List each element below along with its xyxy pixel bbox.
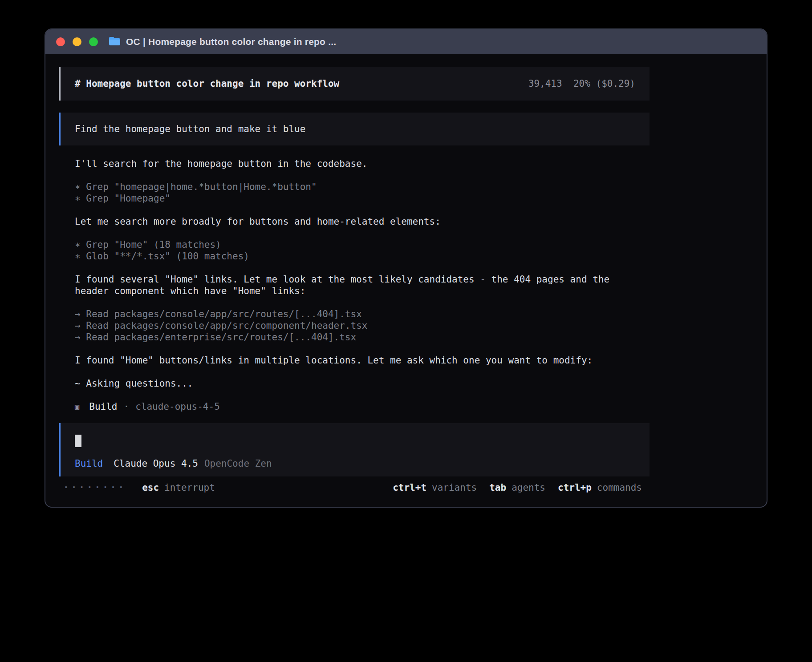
tool-call-grep: ∗ Grep "Homepage" xyxy=(75,193,636,204)
tool-call-grep: ∗ Grep "homepage|home.*button|Home.*butt… xyxy=(75,181,636,193)
text-cursor xyxy=(75,435,81,447)
separator-dot: · xyxy=(123,401,129,412)
assistant-transcript: I'll search for the homepage button in t… xyxy=(59,145,650,412)
spinner-dots: ········ xyxy=(63,482,126,493)
window-title: OC | Homepage button color change in rep… xyxy=(126,36,336,47)
title-bar[interactable]: OC | Homepage button color change in rep… xyxy=(45,29,767,54)
session-title: # Homepage button color change in repo w… xyxy=(75,78,339,89)
model-row: Build Claude Opus 4.5 OpenCode Zen xyxy=(75,458,635,469)
user-message-text: Find the homepage button and make it blu… xyxy=(75,123,635,135)
keyhint-commands: ctrl+p commands xyxy=(558,482,642,493)
status-left: ········ esc interrupt xyxy=(63,482,215,493)
key-ctrl-t: ctrl+t xyxy=(393,482,426,493)
tool-call-glob: ∗ Glob "**/*.tsx" (100 matches) xyxy=(75,250,636,262)
tool-call-read: → Read packages/console/app/src/routes/[… xyxy=(75,308,636,320)
key-ctrl-p: ctrl+p xyxy=(558,482,592,493)
assistant-text: Let me search more broadly for buttons a… xyxy=(75,216,636,227)
model-name[interactable]: Claude Opus 4.5 xyxy=(114,458,198,469)
user-message: Find the homepage button and make it blu… xyxy=(59,113,650,145)
session-stats: 39,413 20% ($0.29) xyxy=(528,78,635,89)
key-tab: tab xyxy=(489,482,506,493)
window-title-group: OC | Homepage button color change in rep… xyxy=(109,36,336,48)
tool-call-read: → Read packages/console/app/src/componen… xyxy=(75,320,636,331)
label-commands: commands xyxy=(597,482,642,493)
tool-call-read: → Read packages/enterprise/src/routes/[.… xyxy=(75,331,636,343)
minimize-button[interactable] xyxy=(73,37,81,46)
label-interrupt: interrupt xyxy=(164,482,215,493)
keyhint-agents: tab agents xyxy=(489,482,545,493)
status-right: ctrl+t variants tab agents ctrl+p comman… xyxy=(393,482,642,493)
asking-questions-status: ~ Asking questions... xyxy=(75,378,636,389)
traffic-lights xyxy=(56,37,98,46)
keyhint-interrupt: esc interrupt xyxy=(142,482,215,493)
label-agents: agents xyxy=(512,482,545,493)
agent-status-line: ▣ Build · claude-opus-4-5 xyxy=(75,401,636,412)
status-bar: ········ esc interrupt ctrl+t variants t… xyxy=(59,482,650,493)
agent-model: claude-opus-4-5 xyxy=(135,401,220,412)
token-count: 39,413 xyxy=(528,78,562,89)
keyhint-variants: ctrl+t variants xyxy=(393,482,477,493)
terminal-window: OC | Homepage button color change in rep… xyxy=(45,28,767,508)
session-header: # Homepage button color change in repo w… xyxy=(59,67,650,101)
zoom-button[interactable] xyxy=(89,37,98,46)
agent-name: Build xyxy=(89,401,117,412)
provider-name: OpenCode Zen xyxy=(204,458,272,469)
tool-call-grep: ∗ Grep "Home" (18 matches) xyxy=(75,239,636,250)
close-button[interactable] xyxy=(56,37,65,46)
label-variants: variants xyxy=(432,482,477,493)
assistant-text: I found "Home" buttons/links in multiple… xyxy=(75,355,636,366)
mode-label[interactable]: Build xyxy=(75,458,103,469)
assistant-text: I'll search for the homepage button in t… xyxy=(75,158,636,170)
prompt-input[interactable]: Build Claude Opus 4.5 OpenCode Zen xyxy=(59,423,650,476)
folder-icon xyxy=(109,36,121,48)
context-usage: 20% ($0.29) xyxy=(573,78,635,89)
key-esc: esc xyxy=(142,482,159,493)
assistant-text: I found several "Home" links. Let me loo… xyxy=(75,274,636,297)
terminal-content: # Homepage button color change in repo w… xyxy=(45,54,767,508)
agent-icon: ▣ xyxy=(75,401,79,412)
